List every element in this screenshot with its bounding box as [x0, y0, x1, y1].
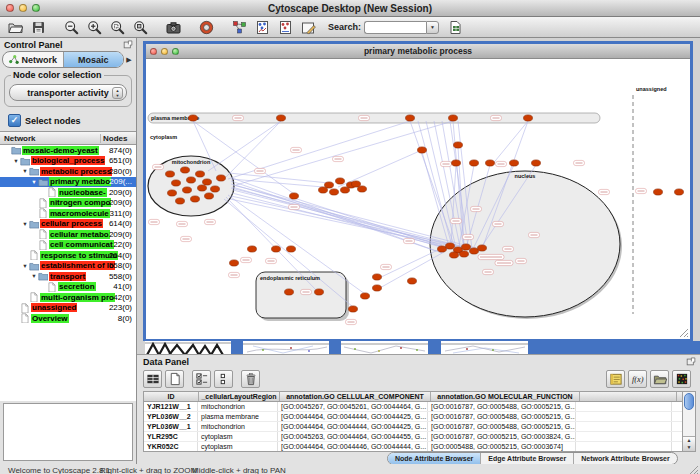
tree-header-network[interactable]: Network: [0, 134, 100, 143]
column-header-_cellularLayoutRegion[interactable]: _cellularLayoutRegion: [199, 392, 280, 401]
birds-eye-view[interactable]: [3, 403, 133, 461]
table-row[interactable]: YKR052Ccytoplasm[GO:0044464, GO:0044446,…: [144, 442, 682, 452]
float-panel-icon[interactable]: [123, 39, 133, 51]
tree-item-overview[interactable]: Overview8(0): [0, 313, 136, 324]
tab-scroll-right-icon[interactable]: ▶: [124, 56, 134, 64]
window-resize-grip[interactable]: [689, 465, 699, 474]
disclosure-triangle-icon[interactable]: ▼: [30, 273, 38, 279]
tree-item-cell-communicat[interactable]: cell communicat22(0): [0, 240, 136, 251]
cytoscape-window: Cytoscape Desktop (New Session) Search: …: [0, 0, 700, 474]
tab-mosaic[interactable]: Mosaic: [64, 52, 124, 67]
disclosure-triangle-icon[interactable]: ▼: [30, 179, 38, 185]
matrix-button[interactable]: [672, 370, 691, 388]
disclosure-triangle-icon[interactable]: ▼: [21, 263, 29, 269]
tree-item-label: cell communicat: [49, 240, 114, 249]
save-button[interactable]: [28, 18, 49, 36]
unselect-attributes-button[interactable]: [214, 370, 233, 388]
disclosure-triangle-icon[interactable]: ▼: [12, 158, 20, 164]
network-view-titlebar[interactable]: primary metabolic process: [146, 44, 690, 59]
tree-item-multi-organism-pro[interactable]: multi-organism pro42(0): [0, 292, 136, 303]
tab-network[interactable]: Network: [3, 52, 64, 67]
zoom-fit-button[interactable]: [107, 18, 128, 36]
table-row[interactable]: YPL036W__1mitochondrion[GO:0044464, GO:0…: [144, 422, 682, 432]
open-button[interactable]: [5, 18, 26, 36]
graph-node: [675, 189, 684, 195]
scrollbar-arrows[interactable]: ▲▼: [683, 436, 695, 451]
tree-item-macromolecule[interactable]: macromolecule311(0): [0, 208, 136, 219]
graph-edge: [208, 121, 281, 171]
zoom-in-button[interactable]: [84, 18, 105, 36]
zoom-out-button[interactable]: [61, 18, 82, 36]
graph-node: [446, 243, 455, 249]
tree-item-mosaic-demo-yeast[interactable]: mosaic-demo-yeast874(0): [0, 145, 136, 156]
attribute-grid-button[interactable]: [143, 370, 162, 388]
column-header-annotation.GO MOLECULAR_FUNCTION[interactable]: annotation.GO MOLECULAR_FUNCTION: [431, 392, 580, 401]
new-attribute-button[interactable]: [445, 18, 466, 36]
table-cell: plasma membrane: [198, 412, 278, 421]
tree-item-response-to-stimulu[interactable]: response to stimulu264(0): [0, 250, 136, 261]
table-cell: YPL036W__1: [144, 422, 198, 431]
new-attribute-page-button[interactable]: [165, 370, 184, 388]
control-panel-tabs: Network Mosaic ▶: [2, 52, 134, 67]
folder-icon: [38, 177, 49, 187]
scrollbar-thumb[interactable]: [684, 393, 694, 410]
edge-attributes-button[interactable]: [275, 18, 296, 36]
tree-item-cellular-process[interactable]: ▼cellular process614(0): [0, 219, 136, 230]
column-header-spacer[interactable]: [580, 392, 677, 401]
tree-item-secretion[interactable]: secretion41(0): [0, 282, 136, 293]
formula-button[interactable]: f(x): [628, 370, 647, 388]
status-welcome: Welcome to Cytoscape 2.8.1: [8, 466, 110, 474]
search-input[interactable]: [364, 21, 426, 34]
tree-item-biological-process[interactable]: ▼biological_process651(0): [0, 156, 136, 167]
tree-item-label: Overview: [31, 314, 69, 323]
table-row[interactable]: YJR121W__1mitochondrion[GO:0045267, GO:0…: [144, 402, 682, 412]
help-icon: [199, 20, 214, 35]
table-row[interactable]: YPL036W__2plasma membrane[GO:0044464, GO…: [144, 412, 682, 422]
select-attributes-button[interactable]: [192, 370, 211, 388]
tree-item-cellular-metabo[interactable]: cellular metabo209(0): [0, 229, 136, 240]
network-mini-icon: [8, 54, 19, 65]
snapshot-button[interactable]: [163, 18, 184, 36]
status-pan-hint: Middle-click + drag to PAN: [192, 466, 286, 474]
select-nodes-checkbox[interactable]: ✓: [8, 114, 21, 127]
background-window-slice: [441, 341, 528, 354]
delete-attribute-button[interactable]: [241, 370, 260, 388]
tree-item-nucleobase-[interactable]: nucleobase-209(0): [0, 187, 136, 198]
graph-node: [287, 246, 296, 252]
tree-item-establishment-of-lo[interactable]: ▼establishment of lo558(0): [0, 261, 136, 272]
column-header-annotation.GO CELLULAR_COMPONENT[interactable]: annotation.GO CELLULAR_COMPONENT: [280, 392, 431, 401]
tree-item-primary-metabo[interactable]: ▼primary metabo209(...: [0, 177, 136, 188]
table-cell: cytoplasm: [198, 432, 278, 441]
zoom-region-button[interactable]: [130, 18, 151, 36]
search-dropdown-button[interactable]: ▼: [426, 21, 439, 34]
select-nodes-label: Select nodes: [25, 116, 81, 126]
disclosure-triangle-icon[interactable]: ▼: [21, 221, 29, 227]
graph-node: [361, 293, 370, 299]
annotation-icon: [301, 20, 316, 35]
canvas-resize-grip[interactable]: [679, 328, 689, 338]
graph-node: [462, 244, 471, 250]
annotation-button[interactable]: [298, 18, 319, 36]
tree-item-unassigned[interactable]: unassigned223(0): [0, 303, 136, 314]
node-attributes-button[interactable]: [252, 18, 273, 36]
help-button[interactable]: [196, 18, 217, 36]
notes-button[interactable]: [606, 370, 625, 388]
tree-header-nodes[interactable]: Nodes: [100, 134, 136, 143]
table-cell: YLR295C: [144, 432, 198, 441]
tree-item-label: response to stimulu: [40, 251, 118, 260]
tab-network-attribute-browser[interactable]: Network Attribute Browser: [574, 453, 676, 464]
column-header-ID[interactable]: ID: [144, 392, 199, 401]
vizmapper-button[interactable]: [229, 18, 250, 36]
table-scrollbar[interactable]: ▲▼: [683, 391, 696, 452]
disclosure-triangle-icon[interactable]: ▼: [21, 168, 29, 174]
table-row[interactable]: YLR295Ccytoplasm[GO:0045263, GO:0044464,…: [144, 432, 682, 442]
float-data-panel-icon[interactable]: [686, 356, 696, 368]
node-color-combobox[interactable]: transporter activity ▲▼: [9, 84, 127, 101]
tab-node-attribute-browser[interactable]: Node Attribute Browser: [388, 453, 481, 464]
tab-edge-attribute-browser[interactable]: Edge Attribute Browser: [481, 453, 574, 464]
tree-item-nitrogen-compo[interactable]: nitrogen compo209(0): [0, 198, 136, 209]
network-canvas[interactable]: plasma membranecytoplasmmitochondrionnuc…: [146, 59, 690, 339]
tree-item-transport[interactable]: ▼transport558(0): [0, 271, 136, 282]
import-attributes-button[interactable]: [650, 370, 669, 388]
tree-item-metabolic-process[interactable]: ▼metabolic process280(0): [0, 166, 136, 177]
